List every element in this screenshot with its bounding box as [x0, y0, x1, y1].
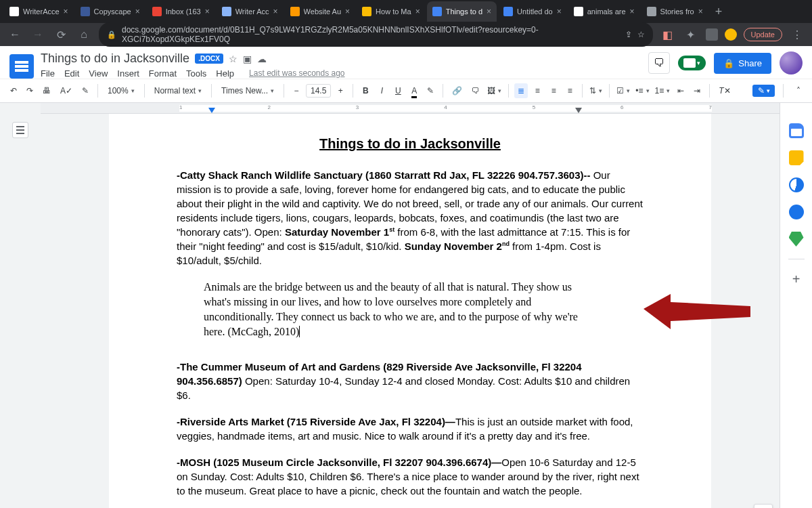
extensions-puzzle-icon[interactable]: ✦ [683, 28, 699, 41]
tasks-icon[interactable] [789, 177, 804, 192]
menu-icon[interactable]: ⋮ [789, 28, 805, 41]
highlight-button[interactable]: ✎ [424, 83, 437, 98]
browser-tab[interactable]: Untitled do× [498, 1, 567, 22]
extension-icon[interactable] [725, 28, 737, 41]
browser-tab[interactable]: animals are× [568, 1, 640, 22]
outline-button[interactable] [12, 122, 28, 138]
back-button[interactable]: ← [7, 28, 23, 41]
new-tab-button[interactable]: + [710, 5, 728, 19]
checklist-button[interactable]: ☑ [615, 84, 631, 98]
document-heading[interactable]: Things to do in Jacksonville [177, 134, 644, 153]
block-quote[interactable]: Animals are the bridge between us and th… [204, 280, 583, 339]
menu-edit[interactable]: Edit [64, 68, 79, 79]
update-button[interactable]: Update [744, 28, 782, 41]
close-icon[interactable]: × [64, 7, 68, 16]
last-edit-link[interactable]: Last edit was seconds ago [249, 68, 344, 79]
close-icon[interactable]: × [487, 7, 491, 16]
spellcheck-button[interactable]: A✓ [57, 83, 76, 98]
browser-tab[interactable]: Things to d× [427, 1, 497, 22]
omnibox[interactable]: 🔒 docs.google.com/document/d/0B11H_Q7s9L… [99, 22, 653, 47]
close-icon[interactable]: × [698, 7, 703, 16]
share-url-icon[interactable]: ⇪ [625, 30, 632, 39]
paint-format-button[interactable]: ✎ [78, 83, 92, 98]
font-select[interactable]: Times New... [217, 84, 278, 98]
clear-formatting-button[interactable]: T✕ [715, 83, 734, 98]
menu-view[interactable]: View [89, 68, 108, 79]
paragraph[interactable]: -Catty Shack Ranch Wildlife Sanctuary (1… [177, 168, 644, 268]
indent-decrease-button[interactable]: ⇤ [674, 83, 687, 98]
align-justify-button[interactable]: ≡ [563, 83, 577, 98]
undo-button[interactable]: ↶ [7, 83, 20, 98]
account-avatar[interactable] [780, 51, 803, 75]
bulleted-list-button[interactable]: •≡ [634, 84, 650, 98]
zoom-select[interactable]: 100% [104, 84, 139, 98]
reload-button[interactable]: ⟳ [53, 28, 69, 41]
extension-icon[interactable]: ◧ [660, 28, 676, 41]
close-icon[interactable]: × [345, 7, 350, 16]
docs-logo-icon[interactable] [9, 54, 34, 79]
ruler[interactable]: 1234567 [41, 103, 780, 114]
move-icon[interactable]: ▣ [243, 54, 252, 64]
share-button[interactable]: 🔒 Share [714, 53, 771, 74]
menu-tools[interactable]: Tools [186, 68, 206, 79]
menu-insert[interactable]: Insert [117, 68, 139, 79]
browser-tab[interactable]: Website Au× [285, 1, 355, 22]
italic-button[interactable]: I [375, 83, 388, 98]
insert-link-button[interactable]: 🔗 [449, 83, 466, 98]
comment-history-button[interactable]: 🗨 [648, 52, 670, 74]
document-canvas[interactable]: Things to do in Jacksonville -Catty Shac… [41, 114, 780, 508]
indent-increase-button[interactable]: ⇥ [690, 83, 704, 98]
font-size-increase[interactable]: + [334, 83, 347, 98]
tab-title: Stories fro [660, 7, 694, 16]
font-size-input[interactable]: 14.5 [306, 84, 331, 98]
close-icon[interactable]: × [273, 7, 278, 16]
add-comment-button[interactable]: 🗨 [468, 83, 483, 98]
meet-button[interactable]: ▾ [678, 56, 706, 70]
numbered-list-button[interactable]: 1≡ [654, 84, 672, 98]
text-color-button[interactable]: A [407, 83, 421, 98]
home-button[interactable]: ⌂ [76, 28, 92, 41]
paragraph[interactable]: -Riverside Arts Market (715 Riverside Av… [177, 415, 644, 443]
menu-format[interactable]: Format [149, 68, 177, 79]
browser-tab[interactable]: Copyscape× [75, 1, 145, 22]
close-icon[interactable]: × [135, 7, 140, 16]
close-icon[interactable]: × [557, 7, 562, 16]
font-size-decrease[interactable]: − [290, 83, 303, 98]
collapse-toolbar-button[interactable]: ˄ [792, 83, 805, 98]
close-icon[interactable]: × [630, 7, 635, 16]
align-left-button[interactable]: ≣ [514, 83, 528, 98]
menu-help[interactable]: Help [216, 68, 234, 79]
browser-tab[interactable]: How to Ma× [357, 1, 426, 22]
close-icon[interactable]: × [415, 7, 420, 16]
document-title[interactable]: Things to do in Jacksonville [41, 51, 189, 66]
forward-button[interactable]: → [30, 28, 46, 41]
align-center-button[interactable]: ≡ [531, 83, 544, 98]
insert-image-button[interactable]: 🖼 [486, 84, 503, 98]
explore-button[interactable]: ✦ [754, 504, 773, 508]
cloud-status-icon[interactable]: ☁ [257, 54, 267, 64]
underline-button[interactable]: U [391, 83, 405, 98]
add-on-plus-icon[interactable]: + [792, 272, 800, 287]
bold-button[interactable]: B [359, 83, 372, 98]
print-button[interactable]: 🖶 [39, 83, 54, 98]
menu-file[interactable]: File [41, 68, 55, 79]
extension-icon[interactable] [706, 28, 718, 41]
paragraph[interactable]: -The Cummer Museum of Art and Gardens (8… [177, 360, 644, 402]
calendar-icon[interactable] [789, 123, 804, 138]
browser-tab[interactable]: WriterAcce× [4, 1, 74, 22]
style-select[interactable]: Normal text [150, 84, 206, 98]
close-icon[interactable]: × [205, 7, 210, 16]
browser-tab[interactable]: Stories fro× [641, 1, 708, 22]
editing-mode-button[interactable]: ✎ ▾ [752, 85, 775, 97]
maps-icon[interactable] [789, 232, 804, 247]
contacts-icon[interactable] [789, 205, 804, 219]
browser-tab[interactable]: Inbox (163× [147, 1, 215, 22]
browser-tab[interactable]: Writer Acc× [217, 1, 284, 22]
star-icon[interactable]: ☆ [637, 30, 645, 39]
star-icon[interactable]: ☆ [229, 54, 238, 64]
keep-icon[interactable] [789, 150, 804, 165]
paragraph[interactable]: -MOSH (1025 Museum Circle Jacksonville, … [177, 455, 644, 498]
align-right-button[interactable]: ≡ [547, 83, 560, 98]
line-spacing-button[interactable]: ⇅ [588, 84, 604, 98]
redo-button[interactable]: ↷ [23, 83, 37, 98]
